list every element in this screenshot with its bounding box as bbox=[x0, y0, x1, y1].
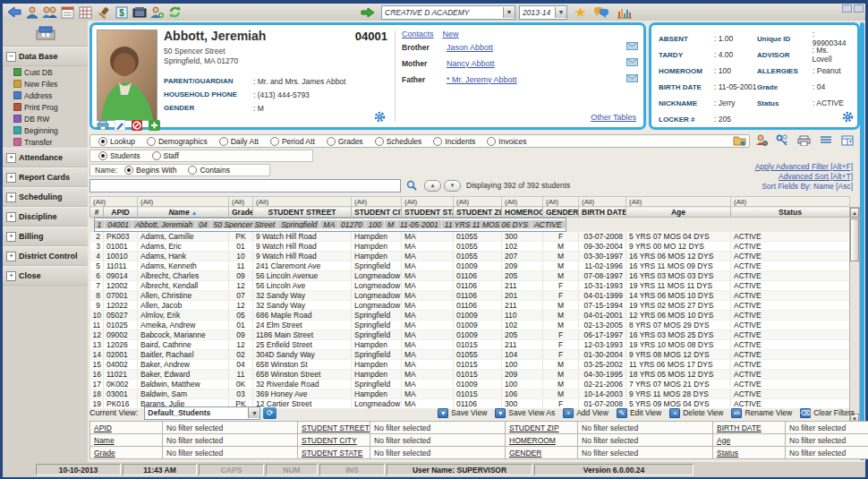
table-row[interactable]: 1611021Baker, Edward11658 Winston Street… bbox=[90, 370, 850, 380]
table-row[interactable]: 511011Adams, Kenneth11241 Claremont AveS… bbox=[90, 261, 850, 271]
table-row[interactable]: 912022Allen, Jacob1232 Sandy WayLongmead… bbox=[90, 301, 850, 311]
clear-filters-button[interactable]: ⌫Clear Filters bbox=[800, 408, 855, 418]
apply-advanced-filter-link[interactable]: Apply Advanced Filter [Alt+F] bbox=[755, 162, 853, 172]
gear-icon[interactable] bbox=[374, 111, 386, 124]
year-select[interactable]: 2013-14▼ bbox=[519, 5, 567, 20]
export-folder-icon[interactable] bbox=[732, 133, 747, 147]
filter-field-student-street[interactable]: STUDENT STREET bbox=[298, 422, 370, 434]
contact-name-link[interactable]: * Mr. Jeremy Abbott bbox=[447, 75, 517, 84]
filter-field-apid[interactable]: APID bbox=[90, 422, 163, 434]
column-header-student-street[interactable]: STUDENT STREET bbox=[253, 207, 352, 218]
scrollbar-thumb[interactable] bbox=[850, 218, 859, 261]
save-view-as-button[interactable]: ▾Save View As bbox=[495, 408, 555, 418]
column-header-student-city[interactable]: STUDENT CITY bbox=[352, 207, 402, 218]
tab-period-att[interactable]: Period Att bbox=[270, 137, 315, 146]
printer-icon[interactable] bbox=[796, 133, 812, 147]
mail-icon[interactable] bbox=[626, 58, 638, 68]
chat-bubbles-icon[interactable] bbox=[593, 5, 608, 19]
save-view-button[interactable]: ▾Save View bbox=[438, 408, 487, 418]
column-header-homeroom[interactable]: HOMEROOM bbox=[502, 207, 543, 218]
go-icon[interactable] bbox=[360, 5, 375, 19]
current-view-select[interactable]: Default_Students▼ bbox=[144, 406, 260, 420]
column-filter-grade[interactable]: (All) bbox=[229, 197, 253, 207]
contacts-link[interactable]: Contacts bbox=[402, 30, 434, 38]
search-input[interactable] bbox=[89, 179, 401, 192]
sidebar-item-transfer[interactable]: Transfer bbox=[3, 136, 88, 148]
edit-view-button[interactable]: ✎Edit View bbox=[617, 408, 661, 418]
column-filter-homeroom[interactable]: (All) bbox=[502, 197, 543, 207]
expand-icon[interactable]: + bbox=[6, 271, 16, 281]
tab-lookup[interactable]: Lookup bbox=[95, 137, 135, 146]
vertical-scrollbar[interactable]: ▲ ▼ bbox=[849, 207, 860, 424]
column-filter-name[interactable]: (All) bbox=[138, 197, 229, 207]
tab-schedules[interactable]: Schedules bbox=[375, 137, 422, 146]
expand-icon[interactable]: + bbox=[6, 192, 16, 202]
user-settings-icon[interactable] bbox=[753, 133, 769, 147]
tab-demographics[interactable]: Demographics bbox=[147, 137, 208, 146]
table-row[interactable]: 1209002Babcock, Marianne091186 Main Stre… bbox=[90, 330, 850, 340]
contact-name-link[interactable]: Jason Abbott bbox=[447, 43, 493, 52]
expand-icon[interactable]: + bbox=[6, 173, 16, 183]
column-filter-student-zip[interactable]: (All) bbox=[454, 197, 502, 207]
table-row[interactable]: 1101025Ameika, Andrew0124 Elm StreetSpri… bbox=[90, 321, 850, 330]
add-icon[interactable] bbox=[148, 120, 160, 130]
column-filter-student-street[interactable]: (All) bbox=[253, 197, 352, 207]
scroll-down-button[interactable]: ▼ bbox=[444, 180, 461, 192]
sidebar-section-data-base[interactable]: −Data Base bbox=[3, 47, 88, 66]
keys-icon[interactable] bbox=[775, 133, 790, 147]
tab-grades[interactable]: Grades bbox=[327, 137, 363, 146]
column-header-apid[interactable]: APID bbox=[104, 207, 138, 218]
table-row[interactable]: 301001Adams, Eric019 Watch Hill RoadHamp… bbox=[90, 242, 850, 252]
sidebar-item-address[interactable]: Address bbox=[3, 90, 88, 101]
expand-icon[interactable]: + bbox=[6, 232, 16, 242]
sidebar-section-scheduling[interactable]: +Scheduling bbox=[3, 187, 88, 207]
name-option-begins-with[interactable]: Begins With bbox=[121, 166, 176, 175]
delete-view-button[interactable]: ×Delete View bbox=[669, 408, 723, 418]
mode-tab-students[interactable]: Students bbox=[95, 151, 140, 160]
tab-incidents[interactable]: Incidents bbox=[433, 137, 475, 146]
column-header-birth-date[interactable]: BIRTH DATE bbox=[579, 207, 626, 218]
add-student-icon[interactable] bbox=[149, 5, 165, 19]
sidebar-item-new-files[interactable]: New Files bbox=[3, 78, 88, 90]
edit-pencil-icon[interactable] bbox=[114, 120, 126, 130]
sidebar-section-close[interactable]: +Close bbox=[3, 266, 88, 286]
table-row[interactable]: 807001Allen, Christine0732 Sandy WayLong… bbox=[90, 291, 850, 301]
column-filter-student-city[interactable]: (All) bbox=[352, 197, 402, 207]
sync-icon[interactable] bbox=[167, 5, 183, 19]
advanced-sort-link[interactable]: Advanced Sort [Alt+T] bbox=[755, 172, 853, 182]
filter-field-student-state[interactable]: STUDENT STATE bbox=[298, 447, 370, 459]
sidebar-section-billing[interactable]: +Billing bbox=[3, 227, 88, 246]
sidebar-section-district-control[interactable]: +District Control bbox=[3, 246, 88, 266]
name-option-contains[interactable]: Contains bbox=[188, 166, 230, 175]
column-header-student-state[interactable]: STUDENT STATE bbox=[402, 207, 454, 218]
scroll-up-button[interactable]: ▲ bbox=[424, 180, 441, 192]
billing-icon[interactable]: $ bbox=[114, 5, 129, 19]
table-row[interactable]: 1803001Baldwin, Sam03369 Honey AveHampde… bbox=[90, 389, 850, 399]
filter-field-student-zip[interactable]: STUDENT ZIP bbox=[506, 422, 578, 434]
list-view-icon[interactable] bbox=[818, 133, 833, 147]
window-buttons[interactable] bbox=[842, 4, 864, 13]
table-row[interactable]: 1312026Baird, Cathrine1225 Enfield Stree… bbox=[90, 340, 850, 350]
tab-invoices[interactable]: Invoices bbox=[487, 137, 526, 146]
back-icon[interactable] bbox=[6, 5, 21, 19]
table-row[interactable]: 2PK003Adams, CamillePK9 Watch Hill RoadH… bbox=[90, 232, 850, 242]
other-tables-link[interactable]: Other Tables bbox=[591, 113, 636, 122]
discipline-gavel-icon[interactable] bbox=[96, 5, 111, 19]
column-header-grade[interactable]: Grade bbox=[229, 207, 253, 218]
sidebar-section-discipline[interactable]: +Discipline bbox=[3, 207, 88, 227]
column-header-gender[interactable]: GENDER bbox=[543, 207, 579, 218]
filter-field-grade[interactable]: Grade bbox=[90, 447, 163, 459]
column-filter-gender[interactable]: (All) bbox=[543, 197, 579, 207]
sidebar-item-cust-db[interactable]: Cust DB bbox=[3, 66, 88, 78]
column-filter-age[interactable]: (All) bbox=[626, 197, 731, 207]
table-row[interactable]: 1005027Almlov, Erik05686 Maple RoadSprin… bbox=[90, 311, 850, 321]
column-filter-apid[interactable]: (All) bbox=[90, 197, 138, 207]
mail-icon[interactable] bbox=[626, 74, 638, 84]
gear-icon[interactable] bbox=[842, 111, 854, 124]
table-row[interactable]: 104001Abbott, Jeremiah0450 Spencer Stree… bbox=[94, 218, 566, 232]
sidebar-item-beginning[interactable]: Beginning bbox=[3, 124, 88, 136]
mode-tab-staff[interactable]: Staff bbox=[152, 151, 179, 160]
column-header-age[interactable]: Age bbox=[626, 207, 731, 218]
table-row[interactable]: 170K002Baldwin, Matthew0K32 Riverdale Ro… bbox=[90, 380, 850, 389]
staff-icon[interactable] bbox=[42, 5, 57, 19]
